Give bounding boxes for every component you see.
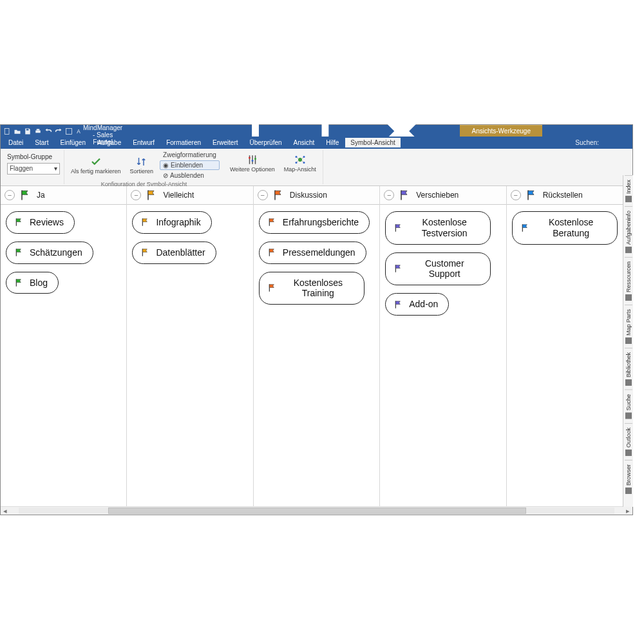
- column-header[interactable]: −Diskussion: [254, 186, 379, 205]
- column-body[interactable]: ErfahrungsberichtePressemeldungenKostenl…: [254, 205, 379, 506]
- column-header[interactable]: −Ja: [1, 186, 126, 205]
- ribbon-min-icon[interactable]: [608, 138, 617, 147]
- combo-value: Flaggen: [10, 165, 33, 172]
- card[interactable]: Add-on: [385, 293, 449, 316]
- sort-button[interactable]: Sortieren: [128, 156, 156, 175]
- card[interactable]: Infographik: [132, 211, 211, 234]
- ribbon: Symbol-Gruppe Flaggen ▾ Als fertig marki…: [1, 149, 632, 186]
- flag-icon: [398, 189, 412, 201]
- dock-tab-index[interactable]: Index: [625, 175, 632, 206]
- column-vielleicht: −VielleichtInfographikDatenblätter: [127, 186, 253, 506]
- tab-datei[interactable]: Datei: [3, 138, 28, 147]
- card-label: Erfahrungsberichte: [283, 217, 359, 228]
- dock-tab-aufgabeninfo[interactable]: Aufgabeninfo: [625, 206, 632, 257]
- dock-label: Outlook: [625, 428, 632, 448]
- card[interactable]: Blog: [6, 272, 59, 294]
- card[interactable]: Pressemeldungen: [259, 242, 366, 264]
- tab-formatieren[interactable]: Formatieren: [161, 138, 206, 147]
- column-rückstellen: −RückstellenKostenlose Beratung: [507, 186, 632, 506]
- column-body[interactable]: ReviewsSchätzungenBlog: [1, 205, 126, 506]
- dock-tab-outlook[interactable]: Outlook: [625, 423, 632, 460]
- print-icon[interactable]: [34, 128, 42, 135]
- collapse-icon[interactable]: −: [5, 190, 15, 200]
- card-label: Datenblätter: [156, 247, 205, 258]
- new-icon[interactable]: [3, 128, 11, 135]
- collapse-icon[interactable]: −: [131, 190, 141, 200]
- column-body[interactable]: Kostenlose Beratung: [507, 205, 632, 506]
- tab-entwurf[interactable]: Entwurf: [128, 138, 160, 147]
- hide-button[interactable]: ⊘ Ausblenden: [160, 171, 220, 180]
- save-icon[interactable]: [24, 128, 32, 135]
- search-label[interactable]: Suchen:: [575, 139, 599, 146]
- column-body[interactable]: Kostenlose TestversionCustomer SupportAd…: [380, 205, 506, 506]
- tab-ueberpruefen[interactable]: Überprüfen: [245, 138, 287, 147]
- map-view-button[interactable]: Map-Ansicht: [281, 154, 319, 173]
- tab-start[interactable]: Start: [30, 138, 53, 147]
- dock-label: Bibliothek: [625, 352, 632, 377]
- redo-icon[interactable]: [55, 128, 62, 135]
- open-icon[interactable]: [14, 128, 21, 135]
- collapse-icon[interactable]: −: [384, 190, 394, 200]
- column-body[interactable]: InfographikDatenblätter: [127, 205, 252, 506]
- column-header[interactable]: −Rückstellen: [507, 186, 632, 205]
- branch-format-label: Zweigformatierung: [160, 150, 220, 160]
- map-icon: [294, 154, 306, 166]
- svg-point-8: [249, 157, 251, 159]
- dock-label: Browser: [625, 464, 632, 486]
- card[interactable]: Reviews: [6, 211, 75, 234]
- dock-icon: [625, 379, 632, 386]
- tab-erweitert[interactable]: Erweitert: [207, 138, 243, 147]
- undo-icon[interactable]: [44, 128, 52, 135]
- dock-label: Ressourcen: [625, 261, 632, 292]
- show-button[interactable]: ◉ Einblenden: [160, 160, 220, 170]
- dock-label: Suche: [625, 394, 632, 411]
- dock-tab-ressourcen[interactable]: Ressourcen: [625, 257, 632, 305]
- scroll-right-icon[interactable]: ▸: [623, 507, 632, 515]
- contextual-tab-label: Ansichts-Werkzeuge: [460, 125, 542, 137]
- titlebar: A Mindjet MindManager - Sales Funnel: [1, 126, 460, 137]
- flag-group-combo[interactable]: Flaggen ▾: [7, 163, 60, 175]
- card[interactable]: Kostenlose Testversion: [385, 211, 491, 245]
- card[interactable]: Erfahrungsberichte: [259, 211, 370, 234]
- dock-tab-suche[interactable]: Suche: [625, 390, 632, 423]
- column-title: Diskussion: [290, 191, 327, 200]
- dock-tab-map parts[interactable]: Map Parts: [625, 305, 632, 348]
- column-title: Vielleicht: [163, 191, 194, 200]
- card[interactable]: Customer Support: [385, 252, 491, 286]
- quick-access-toolbar[interactable]: A: [3, 128, 83, 135]
- mark-done-button[interactable]: Als fertig markieren: [68, 156, 124, 175]
- flag-icon: [393, 264, 404, 273]
- flag-icon: [525, 189, 539, 201]
- ribbon-group-config: Als fertig markieren Sortieren Zweigform…: [64, 150, 223, 184]
- help-icon[interactable]: [621, 138, 630, 147]
- card[interactable]: Schätzungen: [6, 242, 93, 264]
- card[interactable]: Datenblätter: [132, 242, 216, 264]
- scroll-track[interactable]: [19, 507, 614, 514]
- scroll-thumb[interactable]: [108, 507, 527, 514]
- svg-point-11: [298, 158, 302, 162]
- more-options-button[interactable]: Weitere Optionen: [227, 154, 278, 173]
- card[interactable]: Kostenlose Beratung: [512, 211, 618, 245]
- dock-tab-browser[interactable]: Browser: [625, 460, 632, 498]
- font-icon[interactable]: A: [75, 128, 83, 135]
- flag-icon: [14, 278, 24, 287]
- collapse-icon[interactable]: −: [258, 190, 268, 200]
- dock-tab-bibliothek[interactable]: Bibliothek: [625, 348, 632, 390]
- column-header[interactable]: −Verschieben: [380, 186, 506, 205]
- svg-point-9: [251, 160, 253, 162]
- collapse-icon[interactable]: −: [511, 190, 521, 200]
- app-window: A Mindjet MindManager - Sales Funnel Ans…: [0, 124, 633, 515]
- svg-text:A: A: [77, 129, 80, 135]
- tab-hilfe[interactable]: Hilfe: [321, 138, 344, 147]
- scroll-left-icon[interactable]: ◂: [1, 507, 10, 515]
- tab-symbol-ansicht[interactable]: Symbol-Ansicht: [345, 138, 400, 147]
- svg-rect-1: [26, 129, 29, 130]
- card[interactable]: Kostenloses Training: [259, 272, 365, 305]
- tab-ansicht[interactable]: Ansicht: [289, 138, 320, 147]
- horizontal-scrollbar[interactable]: ◂ ▸: [1, 506, 632, 515]
- dock-icon: [625, 450, 632, 456]
- card-label: Customer Support: [409, 258, 480, 280]
- style-icon[interactable]: [65, 128, 73, 135]
- card-label: Blog: [30, 278, 48, 289]
- column-header[interactable]: −Vielleicht: [127, 186, 252, 205]
